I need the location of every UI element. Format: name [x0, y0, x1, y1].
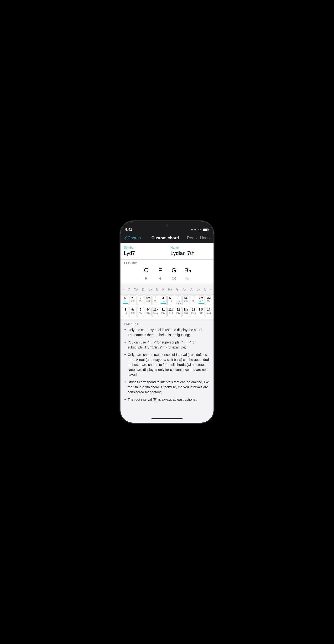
nav-actions: Redo Undo: [187, 236, 210, 240]
interval-bottom-r2-0: P8: [124, 312, 127, 314]
redo-button[interactable]: Redo: [187, 236, 197, 240]
note-list: C C# D E♭ E F F# G A♭ A B♭ B: [126, 287, 208, 292]
name-label: Name: [170, 246, 210, 249]
interval-cell-r1-9[interactable]: 6 M6: [190, 296, 197, 305]
remark-item-1: •You can use "^{...}" for superscripts, …: [124, 340, 210, 350]
interval-top-r1-0: R: [124, 296, 126, 300]
status-time: 9:41: [125, 227, 132, 231]
interval-cell-r2-11[interactable]: 14 M14: [205, 307, 212, 317]
preview-section: PREVIEW C F G B♭ R 4 (5) 7m: [120, 260, 214, 284]
interval-top-r1-10: 7m: [199, 296, 203, 300]
remark-item-4: •The root interval (R) is always at leas…: [124, 397, 210, 402]
interval-cell-r1-3[interactable]: 3m m3: [144, 296, 152, 305]
interval-bottom-r2-9: M13: [191, 312, 196, 314]
note-C[interactable]: C: [127, 287, 131, 292]
preview-label: PREVIEW: [124, 262, 210, 265]
interval-bottom-r1-6: TT: [170, 300, 172, 303]
interval-cell-r2-7[interactable]: 12 P12: [175, 307, 182, 317]
note-Bb[interactable]: B♭: [196, 287, 201, 292]
nav-bar: Chords Custom chord Redo Undo: [120, 233, 214, 243]
bullet-1: •: [124, 340, 126, 350]
interval-cell-r1-2[interactable]: 2 M2: [137, 296, 144, 305]
interval-cell-r2-2[interactable]: 9 M9: [137, 307, 144, 317]
note-A[interactable]: A: [190, 287, 194, 292]
note-Csharp[interactable]: C#: [133, 287, 139, 292]
interval-bar-r1-5: [160, 303, 166, 304]
undo-button[interactable]: Undo: [200, 236, 210, 240]
name-value: Lydian 7th: [170, 250, 210, 256]
input-row: Symbol Lyd7 Name Lydian 7th: [120, 243, 214, 260]
interval-top-r2-6: 11#: [168, 308, 173, 311]
status-icons: [191, 228, 209, 231]
note-D[interactable]: D: [141, 287, 145, 292]
back-label: Chords: [128, 236, 141, 240]
interval-cell-r2-4[interactable]: 11♭ M10: [152, 307, 159, 317]
note-G[interactable]: G: [175, 287, 180, 292]
interval-top-r2-5: 11: [162, 308, 164, 311]
interval-cell-r2-1[interactable]: 9♭ m9: [130, 307, 136, 317]
note-Ab[interactable]: A♭: [182, 287, 187, 292]
symbol-cell[interactable]: Symbol Lyd7: [120, 243, 167, 259]
interval-bar-r1-7: [176, 303, 181, 304]
interval-cell-r2-0[interactable]: 8 P8: [122, 307, 129, 317]
remark-text-1: You can use "^{...}" for superscripts, "…: [128, 340, 210, 350]
interval-bottom-r2-11: M14: [206, 312, 211, 314]
preview-note-1: F: [156, 267, 164, 274]
interval-bottom-r2-4: M10: [154, 312, 158, 314]
interval-bottom-r2-3: m10: [146, 312, 150, 314]
interval-cell-r2-9[interactable]: 13 M13: [190, 307, 197, 317]
preview-chord: C F G B♭: [124, 267, 210, 274]
page-title: Custom chord: [144, 236, 187, 240]
interval-cell-r1-4[interactable]: 3 M3: [152, 296, 159, 305]
preview-interval-3: 7m: [184, 276, 191, 280]
interval-grid-row2: 8 P8 9♭ m9 9 M9 9# m10 11♭ M10 11 P11 11…: [120, 307, 214, 318]
note-Fsharp[interactable]: F#: [167, 287, 173, 292]
interval-bottom-r1-8: m6: [184, 300, 188, 303]
interval-top-r1-2: 2: [140, 296, 142, 300]
scroll-right-arrow[interactable]: ›: [208, 286, 212, 292]
interval-cell-r1-7[interactable]: 5 P5: [175, 296, 182, 305]
interval-bottom-r2-1: m9: [131, 312, 134, 314]
interval-top-r2-8: 13♭: [184, 308, 188, 311]
bullet-3: •: [124, 380, 126, 395]
remark-text-4: The root interval (R) is always at least…: [128, 397, 197, 402]
interval-bar-r1-10: [198, 303, 204, 304]
preview-intervals: R 4 (5) 7m: [124, 276, 210, 282]
note-B[interactable]: B: [203, 287, 207, 292]
interval-cell-r1-11[interactable]: 7M M7: [205, 296, 212, 305]
interval-cell-r1-6[interactable]: 5♭ TT: [168, 296, 174, 305]
interval-top-r2-7: 12: [177, 308, 180, 311]
interval-cell-r2-5[interactable]: 11 P11: [160, 307, 167, 317]
notch: [149, 221, 185, 230]
home-indicator: [120, 414, 214, 423]
scroll-left-arrow[interactable]: ‹: [122, 286, 126, 292]
interval-cell-r2-10[interactable]: 13# m14: [198, 307, 205, 317]
interval-bottom-r2-5: P11: [161, 312, 165, 314]
interval-cell-r1-10[interactable]: 7m m7: [198, 296, 205, 305]
interval-cell-r2-3[interactable]: 9# m10: [144, 307, 152, 317]
interval-cell-r1-1[interactable]: 2♭ m2: [130, 296, 136, 305]
back-button[interactable]: Chords: [124, 236, 144, 240]
interval-cell-r1-0[interactable]: R U: [122, 296, 129, 305]
note-scroll: ‹ C C# D E♭ E F F# G A♭ A B♭ B: [120, 284, 214, 294]
preview-note-0: C: [143, 267, 150, 274]
note-Eb[interactable]: E♭: [148, 287, 153, 292]
interval-row-2: 8 P8 9♭ m9 9 M9 9# m10 11♭ M10 11 P11 11…: [122, 307, 212, 317]
interval-cell-r1-5[interactable]: 4 P4: [160, 296, 167, 305]
interval-bottom-r2-8: m13: [184, 312, 188, 314]
note-F[interactable]: F: [161, 287, 165, 292]
interval-cell-r2-6[interactable]: 11# TT8: [168, 307, 174, 317]
name-cell[interactable]: Name Lydian 7th: [167, 243, 214, 259]
remark-item-3: •Stripes correspond to intervals that ca…: [124, 380, 210, 395]
interval-cell-r2-8[interactable]: 13♭ m13: [182, 307, 190, 317]
interval-cell-r1-8[interactable]: 5# m6: [182, 296, 190, 305]
signal-icon: [191, 230, 196, 230]
battery-icon: [203, 228, 209, 231]
interval-top-r1-9: 6: [193, 296, 194, 300]
interval-bottom-r1-1: m2: [131, 300, 134, 303]
remark-text-3: Stripes correspond to intervals that can…: [128, 380, 210, 395]
bullet-4: •: [124, 397, 126, 402]
bullet-0: •: [124, 328, 126, 338]
note-E[interactable]: E: [155, 287, 159, 292]
interval-top-r2-3: 9#: [146, 308, 150, 311]
